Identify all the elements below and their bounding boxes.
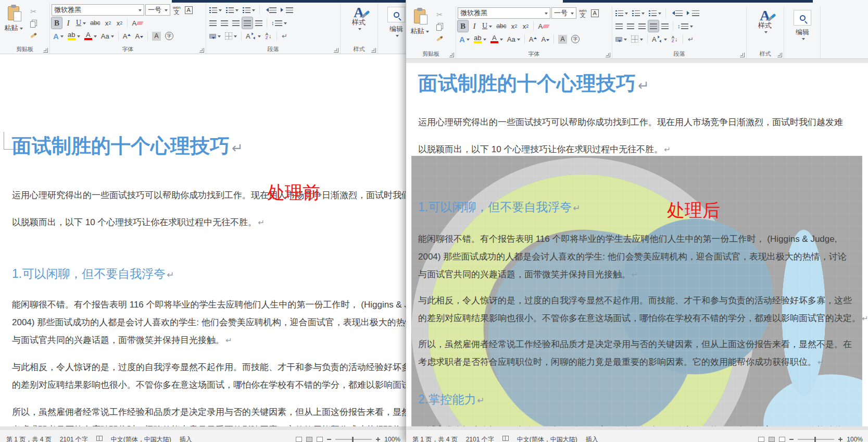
web-layout-view-icon[interactable] — [779, 437, 785, 442]
show-hide-marks-button[interactable]: ↵ — [686, 33, 696, 45]
insert-mode-indicator[interactable]: 插入 — [180, 436, 192, 442]
bold-button[interactable]: B — [52, 17, 62, 29]
clipboard-dialog-launcher[interactable] — [449, 53, 454, 57]
font-size-select[interactable]: 一号 — [145, 4, 170, 16]
copy-button[interactable] — [434, 21, 445, 32]
asian-layout-button[interactable]: A — [244, 30, 262, 42]
underline-button[interactable]: U — [74, 17, 87, 29]
show-hide-marks-button[interactable]: ↵ — [280, 30, 290, 42]
paste-button[interactable]: 粘贴 — [2, 4, 26, 41]
clipboard-dialog-launcher[interactable] — [43, 48, 48, 53]
editing-button[interactable]: 编辑 — [380, 4, 406, 38]
text-effects-button[interactable]: A — [52, 30, 65, 42]
highlight-color-button[interactable]: ab — [472, 33, 488, 45]
document-page[interactable]: 面试制胜的十个心理技巧↵ 运用心理研究得出的一些面试技巧可以帮助你成功找到工作。… — [406, 63, 868, 426]
character-shading-button[interactable]: A — [150, 30, 162, 42]
zoom-slider[interactable] — [335, 439, 372, 440]
phonetic-guide-button[interactable]: wén文 — [171, 4, 182, 16]
strikethrough-button[interactable]: abc — [89, 17, 102, 29]
print-layout-view-icon[interactable] — [306, 437, 312, 442]
page-indicator[interactable]: 第 1 页，共 4 页 — [6, 436, 52, 442]
zoom-out-icon[interactable] — [789, 439, 794, 440]
grow-font-button[interactable]: A — [527, 33, 539, 45]
justify-button[interactable] — [242, 17, 253, 29]
zoom-in-icon[interactable] — [376, 437, 380, 441]
zoom-level[interactable]: 100% — [847, 436, 863, 442]
format-painter-button[interactable] — [28, 30, 39, 41]
distribute-button[interactable] — [254, 17, 264, 29]
numbering-button[interactable] — [631, 7, 646, 19]
bullets-button[interactable] — [614, 7, 630, 19]
zoom-level[interactable]: 100% — [384, 436, 400, 442]
word-count[interactable]: 2101 个字 — [466, 436, 494, 442]
read-mode-view-icon[interactable] — [758, 437, 764, 442]
proofing-icon[interactable] — [96, 436, 103, 441]
highlight-color-button[interactable]: ab — [66, 30, 82, 42]
decrease-indent-button[interactable] — [262, 4, 278, 16]
superscript-button[interactable]: x2 — [520, 20, 531, 32]
sort-button[interactable]: AZ↓ — [670, 33, 680, 45]
strikethrough-button[interactable]: abc — [495, 20, 508, 32]
zoom-out-icon[interactable] — [327, 439, 331, 440]
subscript-button[interactable]: x2 — [509, 20, 519, 32]
print-layout-view-icon[interactable] — [769, 437, 775, 442]
font-dialog-launcher[interactable] — [199, 48, 204, 53]
align-center-button[interactable] — [625, 20, 636, 32]
justify-button[interactable] — [648, 20, 659, 32]
align-right-button[interactable] — [637, 20, 647, 32]
decrease-indent-button[interactable] — [669, 7, 684, 19]
line-spacing-button[interactable]: ↕ — [270, 17, 288, 29]
grow-font-button[interactable]: A — [121, 30, 133, 42]
phonetic-guide-button[interactable]: wén文 — [577, 7, 588, 19]
read-mode-view-icon[interactable] — [296, 437, 302, 442]
underline-button[interactable]: U — [481, 20, 494, 32]
borders-button[interactable] — [630, 33, 645, 45]
styles-dialog-launcher[interactable] — [777, 53, 782, 57]
font-dialog-launcher[interactable] — [606, 53, 610, 57]
font-name-select[interactable]: 微软雅黑 — [52, 4, 144, 16]
insert-mode-indicator[interactable]: 插入 — [586, 436, 598, 442]
asian-layout-button[interactable]: A — [650, 33, 669, 45]
change-case-button[interactable]: Aa — [99, 30, 116, 42]
character-border-button[interactable]: A — [589, 7, 600, 19]
styles-button[interactable]: A 样式 — [748, 7, 782, 34]
language-indicator[interactable]: 中文(简体，中国大陆) — [517, 436, 577, 442]
change-case-button[interactable]: Aa — [506, 33, 522, 45]
enclose-characters-button[interactable]: 字 — [570, 33, 581, 45]
proofing-icon[interactable] — [502, 436, 509, 441]
language-indicator[interactable]: 中文(简体，中国大陆) — [111, 436, 171, 442]
editing-button[interactable]: 编辑 — [786, 7, 819, 41]
enclose-characters-button[interactable]: 字 — [163, 30, 175, 42]
format-painter-button[interactable] — [434, 33, 445, 44]
font-size-select[interactable]: 一号 — [551, 7, 576, 19]
align-center-button[interactable] — [219, 17, 230, 29]
font-name-select[interactable]: 微软雅黑 — [458, 7, 550, 19]
bold-button[interactable]: B — [458, 20, 468, 32]
text-effects-button[interactable]: A — [458, 33, 471, 45]
character-shading-button[interactable]: A — [557, 33, 569, 45]
shading-button[interactable] — [614, 33, 628, 45]
page-indicator[interactable]: 第 1 页，共 4 页 — [412, 436, 458, 442]
multilevel-list-button[interactable] — [647, 7, 663, 19]
character-border-button[interactable]: A — [183, 4, 194, 16]
styles-button[interactable]: A 样式 — [342, 4, 375, 31]
numbering-button[interactable] — [224, 4, 240, 16]
copy-button[interactable] — [28, 18, 39, 29]
cut-button[interactable]: ✂ — [434, 9, 445, 20]
shading-button[interactable] — [208, 30, 222, 42]
line-spacing-button[interactable]: ↕ — [676, 20, 695, 32]
cut-button[interactable]: ✂ — [28, 6, 39, 17]
increase-indent-button[interactable] — [279, 4, 295, 16]
web-layout-view-icon[interactable] — [317, 437, 323, 442]
italic-button[interactable]: I — [63, 17, 73, 29]
increase-indent-button[interactable] — [685, 7, 701, 19]
font-color-button[interactable]: A — [83, 30, 98, 42]
zoom-slider[interactable] — [798, 439, 834, 440]
superscript-button[interactable]: x2 — [114, 17, 124, 29]
shrink-font-button[interactable]: A — [133, 30, 145, 42]
clear-formatting-button[interactable]: A — [536, 20, 550, 32]
multilevel-list-button[interactable] — [241, 4, 257, 16]
align-left-button[interactable] — [208, 17, 218, 29]
paragraph-dialog-launcher[interactable] — [334, 48, 338, 53]
subscript-button[interactable]: x2 — [103, 17, 113, 29]
